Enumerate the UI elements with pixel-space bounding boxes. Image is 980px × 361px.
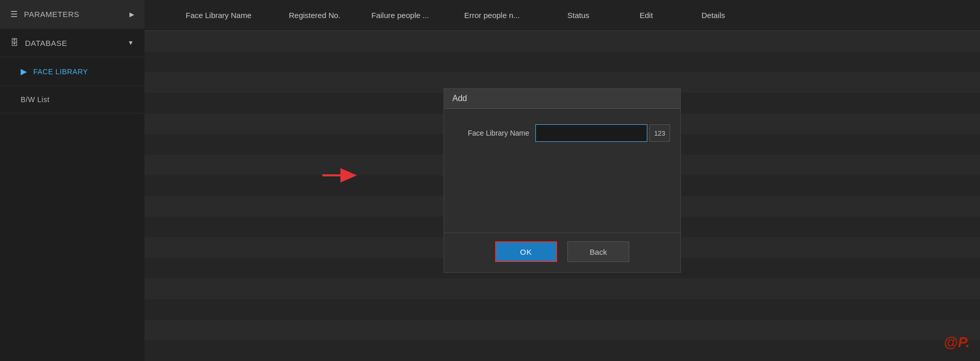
sidebar-item-database[interactable]: 🗄 DATABASE ▼ <box>0 29 144 57</box>
face-library-name-input[interactable] <box>535 124 647 142</box>
parameters-icon: ☰ <box>10 9 18 19</box>
dialog-body: Face Library Name 123 <box>444 109 680 233</box>
sidebar-item-parameters[interactable]: ☰ PARAMETERS ▶ <box>0 0 144 29</box>
parameters-arrow: ▶ <box>129 11 135 18</box>
sidebar-item-label: B/W List <box>21 95 50 104</box>
field-label-face-library-name: Face Library Name <box>454 129 529 137</box>
sidebar-item-label: FACE LIBRARY <box>34 68 88 76</box>
sidebar-item-bw-list[interactable]: B/W List <box>0 86 144 113</box>
dialog-title: Add <box>444 89 680 109</box>
add-dialog: Add Face Library Name 123 OK Back <box>444 88 681 273</box>
database-icon: 🗄 <box>10 38 19 47</box>
btn-123[interactable]: 123 <box>649 124 670 142</box>
watermark: @P. <box>944 334 970 351</box>
face-library-name-row: Face Library Name 123 <box>454 124 670 142</box>
sidebar-item-label: DATABASE <box>25 39 68 47</box>
back-button[interactable]: Back <box>567 241 629 262</box>
sidebar-item-face-library[interactable]: ▶ FACE LIBRARY <box>0 57 144 86</box>
ok-button[interactable]: OK <box>495 241 557 262</box>
sidebar-item-label: PARAMETERS <box>24 10 79 19</box>
database-arrow: ▼ <box>128 39 134 46</box>
dialog-footer: OK Back <box>444 233 680 272</box>
face-library-arrow-icon: ▶ <box>21 67 27 76</box>
main-content: Face Library Name Registered No. Failure… <box>144 0 980 361</box>
modal-overlay: Add Face Library Name 123 OK Back <box>144 0 980 361</box>
sidebar: ☰ PARAMETERS ▶ 🗄 DATABASE ▼ ▶ FACE LIBRA… <box>0 0 144 361</box>
red-arrow-icon <box>320 168 361 183</box>
arrow-indicator <box>320 168 361 183</box>
